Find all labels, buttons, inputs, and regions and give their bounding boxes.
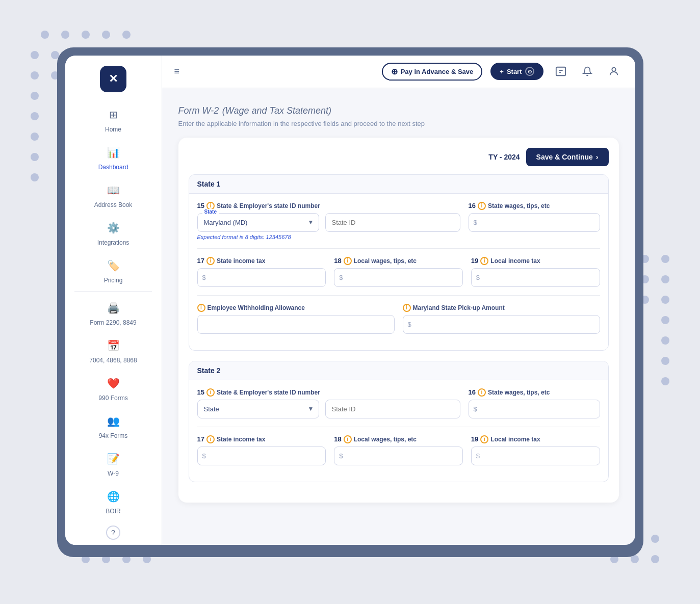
- state2-header: State 2: [189, 361, 608, 380]
- state2-field16-info-icon[interactable]: i: [478, 388, 486, 397]
- field18-info-icon[interactable]: i: [344, 257, 352, 265]
- state1-field18-input[interactable]: [334, 268, 463, 287]
- form990-icon: ❤️: [104, 374, 122, 392]
- app-container: ✕ ⊞ Home 📊 Dashboard 📖 Address Book ⚙️ I…: [65, 56, 635, 545]
- state1-extra-row: i Employee Withholding Allowance i Maryl…: [197, 304, 600, 334]
- state1-row-17-18-19: 17 i State income tax $: [197, 257, 600, 287]
- state2-field17-input[interactable]: [197, 447, 326, 465]
- sidebar-item-7004[interactable]: 📅 7004, 4868, 8868: [65, 331, 162, 369]
- state1-field18-input-wrapper: $: [334, 268, 463, 287]
- state2-field19-dollar-icon: $: [476, 452, 480, 460]
- bell-icon: [582, 66, 592, 76]
- state1-withholding-label: i Employee Withholding Allowance: [197, 304, 395, 312]
- state1-row-divider-1: [197, 248, 600, 249]
- sidebar: ✕ ⊞ Home 📊 Dashboard 📖 Address Book ⚙️ I…: [65, 56, 162, 545]
- state2-field17-label: 17 i State income tax: [197, 435, 326, 443]
- state1-field19-input-wrapper: $: [471, 268, 600, 287]
- state1-state-id-group: State Maryland (MD) Alabama (AL) Alaska …: [197, 213, 460, 232]
- state1-field19-input[interactable]: [471, 268, 600, 287]
- dashboard-icon: 📊: [104, 143, 122, 162]
- state2-state-select[interactable]: State Alabama (AL) Alaska (AK) Californi…: [197, 400, 319, 418]
- state1-format-hint: Expected format is 8 digits: 12345678: [197, 234, 460, 240]
- state1-field15: 15 i State & Employer's state ID number …: [197, 202, 460, 240]
- sidebar-item-boir[interactable]: 🌐 BOIR: [65, 482, 162, 520]
- contacts-icon-button[interactable]: [552, 62, 570, 81]
- state2-field17-dollar-icon: $: [202, 452, 206, 460]
- main-content: ≡ ⊕ Pay in Advance & Save + Start ⊙: [162, 56, 635, 545]
- state1-pickup-label: i Maryland State Pick-up Amount: [403, 304, 600, 312]
- state2-field19-input[interactable]: [471, 447, 600, 465]
- sidebar-item-pricing[interactable]: 🏷️ Pricing: [65, 251, 162, 289]
- state2-field18-dollar-icon: $: [339, 452, 343, 460]
- w9-icon: 📝: [104, 450, 122, 468]
- sidebar-item-w9[interactable]: 📝 W-9: [65, 444, 162, 482]
- sidebar-item-integrations[interactable]: ⚙️ Integrations: [65, 214, 162, 251]
- state1-field17-input[interactable]: [197, 268, 326, 287]
- sidebar-item-address-book[interactable]: 📖 Address Book: [65, 176, 162, 214]
- state1-header: State 1: [189, 175, 608, 194]
- state1-state-select[interactable]: Maryland (MD) Alabama (AL) Alaska (AK) C…: [197, 213, 319, 232]
- pickup-info-icon[interactable]: i: [403, 304, 411, 312]
- state2-field17-info-icon[interactable]: i: [206, 435, 215, 443]
- app-logo[interactable]: ✕: [100, 66, 126, 92]
- state2-field19-input-wrapper: $: [471, 447, 600, 465]
- state2-field18-label: 18 i Local wages, tips, etc: [334, 435, 463, 443]
- form2290-icon: 🖨️: [104, 299, 122, 317]
- save-continue-button[interactable]: Save & Continue ›: [526, 148, 609, 166]
- integrations-icon: ⚙️: [104, 219, 122, 237]
- state1-field16-input-wrapper: $: [469, 213, 600, 232]
- state1-field16-input[interactable]: [469, 213, 600, 232]
- field16-dollar-icon: $: [474, 219, 477, 226]
- notification-icon-button[interactable]: [578, 62, 597, 81]
- sidebar-item-form2290[interactable]: 🖨️ Form 2290, 8849: [65, 294, 162, 331]
- state1-pickup-field: i Maryland State Pick-up Amount $: [403, 304, 600, 334]
- field17-info-icon[interactable]: i: [206, 257, 215, 265]
- state2-field15-info-icon[interactable]: i: [206, 388, 215, 397]
- pay-advance-plus-icon: ⊕: [391, 67, 398, 76]
- state1-withholding-field: i Employee Withholding Allowance: [197, 304, 395, 334]
- state1-field19: 19 i Local income tax $: [471, 257, 600, 287]
- page-title: Form W-2 (Wage and Tax Statement): [178, 102, 619, 117]
- state2-state-id-input[interactable]: [325, 400, 460, 418]
- state1-withholding-input[interactable]: [197, 315, 395, 334]
- state1-field18-label: 18 i Local wages, tips, etc: [334, 257, 463, 265]
- state2-row-17-18-19: 17 i State income tax $: [197, 435, 600, 465]
- sidebar-item-help[interactable]: ?: [65, 520, 162, 545]
- state1-field17-label: 17 i State income tax: [197, 257, 326, 265]
- start-circle-icon: ⊙: [525, 67, 534, 76]
- state2-field17-input-wrapper: $: [197, 447, 326, 465]
- state1-field18: 18 i Local wages, tips, etc $: [334, 257, 463, 287]
- sidebar-item-dashboard[interactable]: 📊 Dashboard: [65, 138, 162, 176]
- state1-state-id-input[interactable]: [325, 213, 460, 232]
- pay-advance-button[interactable]: ⊕ Pay in Advance & Save: [382, 63, 483, 81]
- form-card: TY - 2024 Save & Continue › State 1: [178, 138, 619, 503]
- state2-field15: 15 i State & Employer's state ID number …: [197, 388, 460, 418]
- field19-info-icon[interactable]: i: [480, 257, 488, 265]
- state2-field18-info-icon[interactable]: i: [344, 435, 352, 443]
- sidebar-toggle-icon[interactable]: ≡: [174, 66, 180, 77]
- sidebar-item-home[interactable]: ⊞ Home: [65, 100, 162, 138]
- sidebar-item-990[interactable]: ❤️ 990 Forms: [65, 369, 162, 407]
- sidebar-item-94x[interactable]: 👥 94x Forms: [65, 407, 162, 444]
- state2-field16-input[interactable]: [469, 400, 600, 418]
- pricing-icon: 🏷️: [104, 256, 122, 275]
- state2-field18: 18 i Local wages, tips, etc $: [334, 435, 463, 465]
- state2-section: State 2 15 i State & Employer's state ID…: [189, 361, 609, 482]
- state2-field19-info-icon[interactable]: i: [480, 435, 488, 443]
- boir-icon: 🌐: [104, 487, 122, 506]
- state2-field18-input[interactable]: [334, 447, 463, 465]
- start-button[interactable]: + Start ⊙: [490, 63, 543, 80]
- field16-info-icon[interactable]: i: [478, 202, 486, 210]
- state1-field17-input-wrapper: $: [197, 268, 326, 287]
- state1-pickup-input[interactable]: [403, 315, 600, 334]
- state2-field19-label: 19 i Local income tax: [471, 435, 600, 443]
- user-avatar-button[interactable]: [605, 62, 623, 81]
- sidebar-divider-1: [74, 291, 151, 292]
- withholding-info-icon[interactable]: i: [197, 304, 205, 312]
- state1-section: State 1 15 i State & Employer's state ID…: [189, 174, 609, 351]
- field19-dollar-icon: $: [476, 274, 480, 281]
- state1-field19-label: 19 i Local income tax: [471, 257, 600, 265]
- field17-dollar-icon: $: [202, 274, 206, 281]
- page-subtitle: Enter the applicable information in the …: [178, 120, 619, 127]
- state2-body: 15 i State & Employer's state ID number …: [189, 380, 608, 482]
